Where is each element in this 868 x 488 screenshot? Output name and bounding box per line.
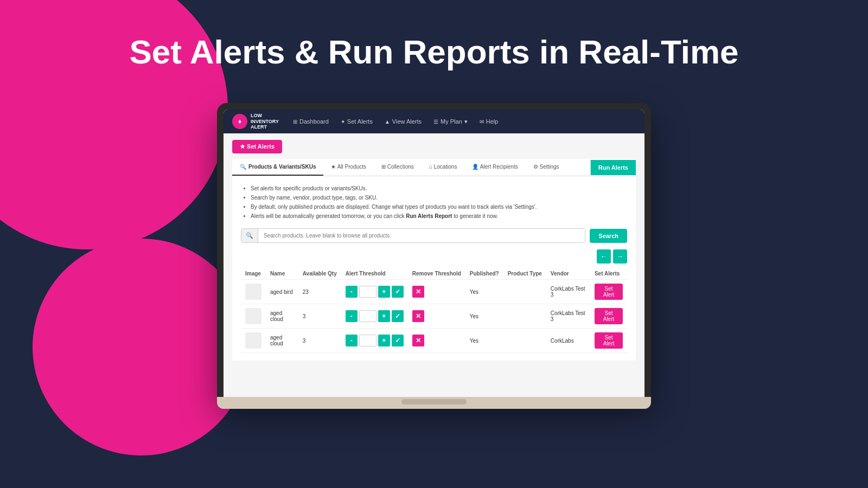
col-product-type: Product Type bbox=[503, 268, 546, 280]
available-qty: 23 bbox=[298, 280, 341, 304]
search-button[interactable]: Search bbox=[590, 229, 627, 243]
available-qty: 3 bbox=[298, 329, 341, 353]
remove-threshold-button[interactable]: ✕ bbox=[412, 335, 424, 346]
col-published: Published? bbox=[465, 268, 503, 280]
search-input-wrapper: 🔍 bbox=[241, 228, 585, 243]
search-input[interactable] bbox=[258, 229, 585, 242]
run-alerts-button[interactable]: Run Alerts bbox=[590, 160, 636, 175]
set-alerts-icon: ✦ bbox=[341, 119, 345, 125]
col-vendor: Vendor bbox=[546, 268, 590, 280]
app-navbar: ♦ LOW INVENTORY ALERT ⊞ Dashboard ✦ Set … bbox=[224, 110, 644, 133]
minus-button[interactable]: - bbox=[346, 286, 358, 298]
logo-text: LOW INVENTORY ALERT bbox=[251, 113, 279, 130]
remove-threshold-button[interactable]: ✕ bbox=[412, 310, 424, 322]
tab-settings[interactable]: ⚙ Settings bbox=[526, 159, 567, 176]
product-type bbox=[503, 329, 546, 353]
laptop-outer: ♦ LOW INVENTORY ALERT ⊞ Dashboard ✦ Set … bbox=[217, 103, 651, 397]
product-name: aged bird bbox=[266, 280, 298, 304]
info-list: Set alerts for specific products or vari… bbox=[241, 184, 627, 221]
page-heading: Set Alerts & Run Reports in Real-Time bbox=[0, 33, 868, 71]
threshold-input[interactable] bbox=[359, 310, 376, 322]
plus-button[interactable]: + bbox=[378, 286, 390, 298]
table-row: aged cloud 3 - + ✓ bbox=[241, 304, 627, 329]
threshold-controls: - + ✓ bbox=[346, 310, 404, 322]
help-icon: ✉ bbox=[480, 119, 484, 125]
set-alert-row-button[interactable]: Set Alert bbox=[595, 284, 623, 300]
threshold-input[interactable] bbox=[359, 335, 376, 346]
published-status: Yes bbox=[465, 329, 503, 353]
vendor-name: CorkLabs bbox=[546, 329, 590, 353]
set-alert-row-button[interactable]: Set Alert bbox=[595, 332, 623, 349]
minus-button[interactable]: - bbox=[346, 310, 358, 322]
table-row: aged bird 23 - + ✓ bbox=[241, 280, 627, 304]
published-status: Yes bbox=[465, 304, 503, 329]
vendor-name: CorkLabs Test 3 bbox=[546, 280, 590, 304]
minus-button[interactable]: - bbox=[346, 335, 358, 346]
dashboard-icon: ⊞ bbox=[293, 119, 297, 125]
app-content: ★ Set Alerts 🔍 Products & Variants/SKUs … bbox=[224, 133, 644, 397]
tab-locations[interactable]: ⌂ Locations bbox=[422, 159, 465, 176]
tab-alert-recipients[interactable]: 👤 Alert Recipients bbox=[464, 159, 525, 176]
check-button[interactable]: ✓ bbox=[392, 335, 404, 346]
laptop-base bbox=[217, 397, 651, 409]
tab-collections[interactable]: ⊞ Collections bbox=[374, 159, 422, 176]
info-item-2: Search by name, vendor, product type, ta… bbox=[251, 193, 627, 202]
nav-view-alerts[interactable]: ▲ View Alerts bbox=[379, 116, 427, 127]
published-status: Yes bbox=[465, 280, 503, 304]
product-image bbox=[245, 284, 261, 300]
nav-help[interactable]: ✉ Help bbox=[474, 116, 504, 127]
tabs-container: 🔍 Products & Variants/SKUs ★ All Product… bbox=[232, 159, 636, 176]
threshold-controls: - + ✓ bbox=[346, 286, 404, 298]
col-alert-threshold: Alert Threshold bbox=[341, 268, 408, 280]
col-remove-threshold: Remove Threshold bbox=[408, 268, 465, 280]
product-image bbox=[245, 332, 261, 349]
vendor-name: CorkLabs Test 3 bbox=[546, 304, 590, 329]
nav-set-alerts[interactable]: ✦ Set Alerts bbox=[335, 116, 378, 127]
available-qty: 3 bbox=[298, 304, 341, 329]
laptop-mockup: ♦ LOW INVENTORY ALERT ⊞ Dashboard ✦ Set … bbox=[217, 103, 651, 409]
logo-icon: ♦ bbox=[232, 114, 247, 129]
info-item-4: Alerts will be automatically generated t… bbox=[251, 211, 627, 221]
table-row: aged cloud 3 - + ✓ bbox=[241, 329, 627, 353]
view-alerts-icon: ▲ bbox=[385, 119, 390, 125]
plus-button[interactable]: + bbox=[378, 335, 390, 346]
remove-threshold-button[interactable]: ✕ bbox=[412, 286, 424, 298]
prev-page-button[interactable]: ← bbox=[597, 249, 611, 264]
search-icon: 🔍 bbox=[241, 229, 258, 242]
nav-items: ⊞ Dashboard ✦ Set Alerts ▲ View Alerts ☰… bbox=[288, 116, 636, 127]
check-button[interactable]: ✓ bbox=[392, 310, 404, 322]
col-name: Name bbox=[266, 268, 298, 280]
products-table: Image Name Available Qty Alert Threshold… bbox=[241, 268, 627, 353]
pagination-row: ← → bbox=[241, 249, 627, 264]
nav-my-plan[interactable]: ☰ My Plan ▾ bbox=[428, 116, 473, 127]
tab-products-variants[interactable]: 🔍 Products & Variants/SKUs bbox=[232, 159, 323, 176]
main-panel: Set alerts for specific products or vari… bbox=[232, 176, 636, 361]
check-button[interactable]: ✓ bbox=[392, 286, 404, 298]
products-icon: 🔍 bbox=[240, 164, 246, 170]
product-image bbox=[245, 308, 261, 324]
product-name: aged cloud bbox=[266, 329, 298, 353]
info-item-3: By default, only published products are … bbox=[251, 202, 627, 211]
plus-button[interactable]: + bbox=[378, 310, 390, 322]
col-image: Image bbox=[241, 268, 266, 280]
laptop-screen: ♦ LOW INVENTORY ALERT ⊞ Dashboard ✦ Set … bbox=[224, 110, 644, 397]
set-alert-row-button[interactable]: Set Alert bbox=[595, 308, 623, 324]
product-type bbox=[503, 304, 546, 329]
col-set-alerts: Set Alerts bbox=[590, 268, 627, 280]
info-item-1: Set alerts for specific products or vari… bbox=[251, 184, 627, 193]
tab-all-products[interactable]: ★ All Products bbox=[323, 159, 374, 176]
app-logo: ♦ LOW INVENTORY ALERT bbox=[232, 113, 279, 130]
my-plan-icon: ☰ bbox=[433, 119, 438, 125]
search-bar-row: 🔍 Search bbox=[241, 228, 627, 243]
nav-dashboard[interactable]: ⊞ Dashboard bbox=[288, 116, 334, 127]
next-page-button[interactable]: → bbox=[613, 249, 627, 264]
run-alerts-report-link[interactable]: Run Alerts Report bbox=[406, 213, 452, 219]
product-name: aged cloud bbox=[266, 304, 298, 329]
col-available-qty: Available Qty bbox=[298, 268, 341, 280]
set-alerts-button[interactable]: ★ Set Alerts bbox=[232, 140, 282, 153]
threshold-controls: - + ✓ bbox=[346, 335, 404, 346]
product-type bbox=[503, 280, 546, 304]
threshold-input[interactable] bbox=[359, 286, 376, 298]
heading-text: Set Alerts & Run Reports in Real-Time bbox=[129, 33, 738, 70]
